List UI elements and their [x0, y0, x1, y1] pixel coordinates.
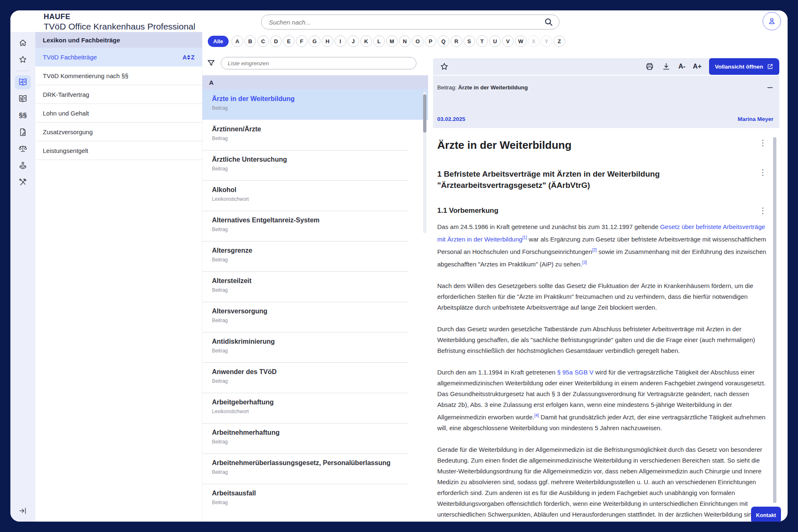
kebab-menu-title[interactable]: ⋮ — [759, 139, 767, 147]
alphabet-letter-Z[interactable]: Z — [554, 35, 565, 47]
nav-item-zusatzversorgung[interactable]: Zusatzversorgung — [35, 123, 202, 141]
alphabet-letter-W[interactable]: W — [515, 35, 527, 47]
alphabet-letter-V[interactable]: V — [502, 35, 514, 47]
rail-divider — [17, 71, 29, 71]
alphabet-letter-Q[interactable]: Q — [438, 35, 449, 47]
search-icon[interactable] — [544, 17, 553, 27]
article-header: Beitrag: Ärzte in der Weiterbildung − 03… — [433, 76, 779, 128]
article-text: Durch das Gesetz wurden gesetzliche Tatb… — [437, 325, 755, 354]
paragraphs-icon: §§ — [19, 111, 27, 120]
nav-item-tvöd-fachbeiträge[interactable]: TVöD FachbeiträgeAZ — [35, 48, 202, 66]
kebab-menu-subsection[interactable]: ⋮ — [759, 207, 767, 214]
rail-item-favorites[interactable] — [14, 51, 32, 68]
entry-title: Alkohol — [212, 186, 428, 194]
article-paragraph: Nach dem Willen des Gesetzgebers sollte … — [437, 281, 768, 313]
list-entry[interactable]: AltersgrenzeBeitrag — [202, 241, 428, 271]
rail-item-rechtsprechung[interactable] — [14, 140, 32, 157]
svg-text:§: § — [20, 96, 22, 101]
list-filter-input[interactable] — [221, 57, 416, 69]
entry-divider — [202, 241, 408, 241]
az-sort-icon[interactable]: AZ — [182, 54, 195, 61]
alphabet-letter-C[interactable]: C — [257, 35, 269, 47]
list-entry[interactable]: ArbeitsausfallBeitrag — [202, 484, 428, 514]
alphabet-letter-U[interactable]: U — [489, 35, 501, 47]
list-entry[interactable]: AltersversorgungBeitrag — [202, 302, 428, 332]
rail-collapse-button[interactable] — [19, 507, 27, 517]
rail-item-weiterbildung[interactable] — [14, 157, 32, 174]
alphabet-letter-I[interactable]: I — [335, 35, 346, 47]
list-entry[interactable]: AlkoholLexikonstichwort — [202, 180, 428, 211]
alphabet-letter-S[interactable]: S — [463, 35, 475, 47]
list-entry[interactable]: Ärztinnen/ÄrzteBeitrag — [202, 120, 428, 150]
print-button[interactable] — [645, 62, 654, 71]
list-entry[interactable]: Alternatives Entgeltanreiz-SystemBeitrag — [202, 211, 428, 241]
filter-funnel-icon[interactable] — [207, 59, 216, 68]
account-button[interactable] — [763, 12, 781, 30]
alphabet-letter-F[interactable]: F — [296, 35, 308, 47]
download-button[interactable] — [662, 62, 671, 71]
nav-panel-header: Lexikon und Fachbeiträge — [35, 32, 202, 48]
kebab-menu-section[interactable]: ⋮ — [759, 168, 767, 176]
article-text: Nach dem Willen des Gesetzgebers sollte … — [437, 282, 753, 311]
breadcrumb: Beitrag: Ärzte in der Weiterbildung — [437, 84, 528, 91]
nav-item-tvöd-kommentierung-nach-[interactable]: TVöD Kommentierung nach §§ — [35, 66, 202, 85]
list-entry[interactable]: AltersteilzeitBeitrag — [202, 271, 428, 302]
fullview-button[interactable]: Vollansicht öffnen — [709, 58, 779, 75]
article-scrollbar[interactable] — [773, 137, 776, 503]
list-entry[interactable]: ArbeitgeberhaftungLexikonstichwort — [202, 393, 428, 423]
alphabet-letter-H[interactable]: H — [322, 35, 333, 47]
entry-divider — [202, 393, 408, 393]
alphabet-letter-R[interactable]: R — [451, 35, 462, 47]
alphabet-letter-E[interactable]: E — [283, 35, 295, 47]
rail-item-lexikon[interactable]: A — [14, 74, 32, 91]
entry-title: Arbeitnehmerhaftung — [212, 429, 428, 436]
rail-item-paragraphs[interactable]: §§ — [14, 107, 32, 124]
bookmark-button[interactable] — [440, 62, 449, 71]
global-search[interactable] — [261, 15, 559, 30]
list-entry[interactable]: Arbeitnehmerüberlassungsgesetz, Personal… — [202, 453, 428, 484]
alphabet-letter-N[interactable]: N — [399, 35, 411, 47]
kontakt-button[interactable]: Kontakt — [751, 507, 781, 522]
footnote-ref[interactable]: [1] — [522, 235, 527, 240]
list-scrollbar-thumb[interactable] — [423, 94, 426, 133]
list-entry[interactable]: Anwender des TVöDBeitrag — [202, 362, 428, 393]
entry-divider — [202, 484, 408, 484]
list-entry[interactable]: ArbeitnehmerhaftungBeitrag — [202, 423, 428, 453]
article-body: Ärzte in der Weiterbildung ⋮ 1 Befristet… — [433, 128, 779, 522]
alphabet-letter-M[interactable]: M — [386, 35, 398, 47]
footnote-ref[interactable]: [4] — [534, 413, 539, 418]
nav-item-leistungsentgelt[interactable]: Leistungsentgelt — [35, 141, 202, 160]
rail-item-werkzeuge[interactable] — [14, 174, 32, 190]
rail-item-kommentierung[interactable]: § — [14, 91, 32, 107]
alphabet-letter-O[interactable]: O — [412, 35, 424, 47]
collapse-article-button[interactable]: − — [766, 83, 773, 91]
font-smaller-button[interactable]: A- — [678, 63, 685, 70]
alphabet-letter-L[interactable]: L — [373, 35, 385, 47]
entry-divider — [202, 211, 408, 211]
article-link[interactable]: § 95a SGB V — [557, 369, 594, 376]
alphabet-letter-G[interactable]: G — [309, 35, 320, 47]
alphabet-filter-all[interactable]: Alle — [208, 36, 229, 47]
alphabet-letter-J[interactable]: J — [347, 35, 359, 47]
alphabet-letter-P[interactable]: P — [425, 35, 436, 47]
nav-item-drk-tarifvertrag[interactable]: DRK-Tarifvertrag — [35, 85, 202, 104]
search-input[interactable] — [269, 19, 544, 26]
rail-item-home[interactable] — [14, 34, 32, 51]
font-larger-button[interactable]: A+ — [693, 63, 702, 70]
alphabet-letter-A[interactable]: A — [232, 35, 243, 47]
alphabet-letter-K[interactable]: K — [360, 35, 372, 47]
alphabet-letter-T[interactable]: T — [476, 35, 488, 47]
footnote-ref[interactable]: [2] — [592, 248, 597, 252]
alphabet-letter-B[interactable]: B — [244, 35, 256, 47]
footnote-ref[interactable]: [3] — [582, 260, 587, 265]
nav-item-lohn-und-gehalt[interactable]: Lohn und Gehalt — [35, 104, 202, 123]
rail-item-arbeitshilfen[interactable] — [14, 124, 32, 140]
entry-type: Beitrag — [212, 227, 428, 232]
alphabet-letter-D[interactable]: D — [270, 35, 282, 47]
list-entry[interactable]: Ärzte in der WeiterbildungBeitrag — [202, 89, 428, 120]
article-paragraph: Das am 24.5.1986 in Kraft getretene und … — [437, 222, 768, 270]
right-region: Alle ABCDEFGHIJKLMNOPQRSTUVWXYZ A Ärzte … — [202, 32, 788, 522]
list-entry[interactable]: AntidiskriminierungBeitrag — [202, 332, 428, 362]
list-entry[interactable]: Ärztliche UntersuchungBeitrag — [202, 150, 428, 180]
nav-item-label: DRK-Tarifvertrag — [43, 91, 89, 98]
